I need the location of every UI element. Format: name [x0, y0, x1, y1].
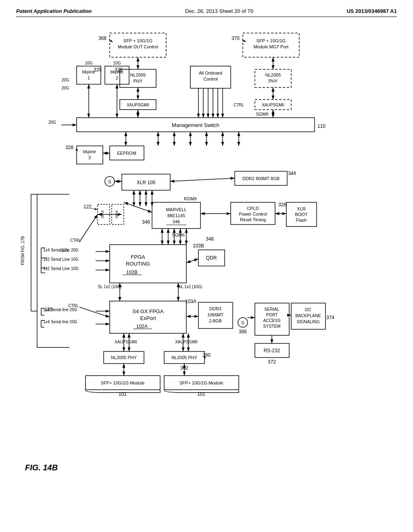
ref-370: 370 [232, 35, 240, 41]
serial-1x2-label2: 1x2 Serial Line 10G [43, 266, 79, 271]
svg-line-65 [79, 214, 98, 242]
nl2005-phy-right-label2: PHY [269, 79, 278, 83]
ref-348: 348 [206, 236, 214, 242]
serial-port-label2: PORT [266, 312, 278, 317]
10g-label1: 10G [85, 61, 93, 65]
marvell-label2: 88E1145 [167, 213, 185, 218]
s-circle-bot: S [241, 320, 244, 325]
all-onboard-label: All Onboard [199, 71, 222, 75]
bkpine3-label: bkpine [83, 149, 96, 154]
i2c-label2: BACKPLANE [295, 313, 321, 318]
diagram-container: FROM FIG. 17B SFP + 10G/1G Module DUT Co… [17, 21, 396, 497]
ref-368: 368 [98, 35, 106, 41]
qdr-label: QDR [206, 255, 217, 261]
serial-port-label3: ACCESS [263, 318, 280, 323]
sgmii-label: SGMII [256, 112, 268, 116]
nl2005-phy-right-label: NL2005 [265, 73, 281, 77]
header-left: Patent Application Publication [16, 8, 92, 14]
bkpine2-label: bkpine [111, 69, 123, 74]
serial-port-label1: SERIAL [264, 307, 280, 312]
serial-1x4-label: 1x4 Serial Line 20G [43, 248, 79, 252]
serial-1x2-label1: 1x2 Serial Line 10G [43, 257, 79, 262]
eeprom-label: EEPROM [117, 151, 136, 156]
ref-103b: 103B [193, 243, 204, 249]
sfp-dut-label2: Module DUT Control [118, 44, 158, 49]
ddr3-label1: DDR3 [209, 306, 221, 311]
sl-1x2-left-label: SL 1x2 (10G) [98, 285, 121, 289]
serial-1x4-bot-label2: 1x4 Serial line 20G [43, 320, 77, 324]
ddr3-label2: 1066MT [207, 312, 224, 317]
xlr-boot-label1: XLR [297, 206, 305, 211]
serial-1x4-bot-label1: 1x4 Serial line 20G [43, 308, 77, 312]
from-fig-label: FROM FIG. 17B [21, 236, 25, 266]
ref-372: 372 [268, 359, 276, 365]
ref-346: 346 [142, 219, 150, 225]
diagram-svg: FROM FIG. 17B SFP + 10G/1G Module DUT Co… [17, 21, 396, 497]
sfp-bot-right-label: SFP+ 10G/1G Module [179, 380, 223, 385]
bkpine1-label: bkpine [82, 69, 95, 74]
bkpine3-label2: 3 [88, 155, 91, 160]
svg-line-59 [124, 202, 152, 212]
20g-arrow-label: 20G [48, 120, 56, 125]
fpga-routing-ref: 102B [126, 270, 138, 275]
marvell-label: MARVELL [166, 207, 186, 212]
ctrl-label-mid: CTRL [70, 238, 81, 243]
svg-line-46 [170, 178, 235, 181]
i2c-label1: I2C [305, 307, 312, 312]
nl2005-bot-left-label: NL2005 PHY [111, 355, 137, 360]
sfp-bot-left-label: SFP+ 10G/1G Module [101, 380, 145, 385]
mgmt-switch-label: Management Switch [172, 122, 219, 128]
xaupsgmii-bot-left-label: XAUPSGMII [115, 340, 137, 344]
ref-101b: 101 [197, 391, 205, 397]
nl2005-phy-left-label2: PHY [133, 79, 143, 83]
ref-103a: 103A [185, 299, 196, 304]
nl2005-bot-right-label: NL2005 PHY [171, 355, 198, 360]
all-onboard-label2: Control [203, 77, 217, 81]
xlr-label: XLR 105 [137, 180, 156, 185]
marvell-ref: 346 [173, 219, 180, 224]
ref-360: 360 [202, 352, 211, 358]
ddr3-label3: 2-8GB [209, 318, 222, 323]
s4-fpga-ref: 102A [136, 324, 148, 329]
s-circle-top: S [108, 179, 111, 184]
sfp-mgt-label2: Module MGT Port [254, 44, 289, 49]
sfp-dut-label: SFP + 10G/1G [123, 38, 152, 43]
ref-366: 366 [239, 329, 247, 335]
page: Patent Application Publication Dec. 26, … [0, 0, 413, 532]
20g-top: 20G [62, 78, 69, 82]
rs232-label: RS-232 [264, 348, 280, 353]
xaupsgmii-left-label: XAUPSGMII [127, 103, 149, 107]
ddr2-label: DDR2 800MT 8GB [242, 176, 280, 181]
ref-110: 110 [317, 123, 325, 129]
ref-374: 374 [326, 315, 334, 320]
sfp-mgt-label: SFP + 10G/1G [257, 38, 286, 43]
bkpine1-label2: 1 [88, 75, 90, 80]
nl2005-phy-left-label: NL2005 [130, 73, 146, 77]
ref-101a: 101 [119, 391, 127, 397]
s4-fpga-label1: S4 GX FPGA [132, 308, 164, 314]
ref-344: 344 [288, 170, 296, 176]
ref-122: 122 [83, 204, 92, 210]
bkpine2-label2: 2 [116, 75, 118, 80]
fpga-routing-label1: FPGA [131, 254, 145, 260]
fig-label: FIG. 14B [25, 463, 58, 472]
10g-label2: 10G [113, 61, 121, 65]
xlr-boot-label3: Flash [296, 218, 307, 222]
sgmii-mid-label: SGMII [172, 233, 184, 237]
fpga-routing-label2: ROUTING [126, 261, 150, 267]
rgmii-label: RGMII [184, 196, 197, 201]
ref-326: 326 [278, 202, 286, 208]
header-center: Dec. 26, 2013 Sheet 20 of 70 [185, 8, 253, 14]
cpld-label2: Power Control [239, 212, 267, 216]
xaupsgmii-right-label: XAUPSGMII [262, 103, 284, 107]
s4-fpga-label2: ExPort [140, 315, 156, 321]
i2c-label3: SIGNALING [296, 319, 319, 324]
sl-1x2-right-label: SL 1x2 (10G) [178, 285, 202, 289]
svg-line-90 [79, 307, 110, 317]
ctrl-label: CTRL [234, 103, 244, 107]
svg-line-70 [186, 259, 198, 263]
20g-left: 20G [62, 86, 69, 90]
cpld-label3: Reset Timing [240, 217, 266, 222]
ref-328c: 328 [65, 145, 73, 150]
xlr-boot-label2: BOOT [295, 212, 307, 217]
